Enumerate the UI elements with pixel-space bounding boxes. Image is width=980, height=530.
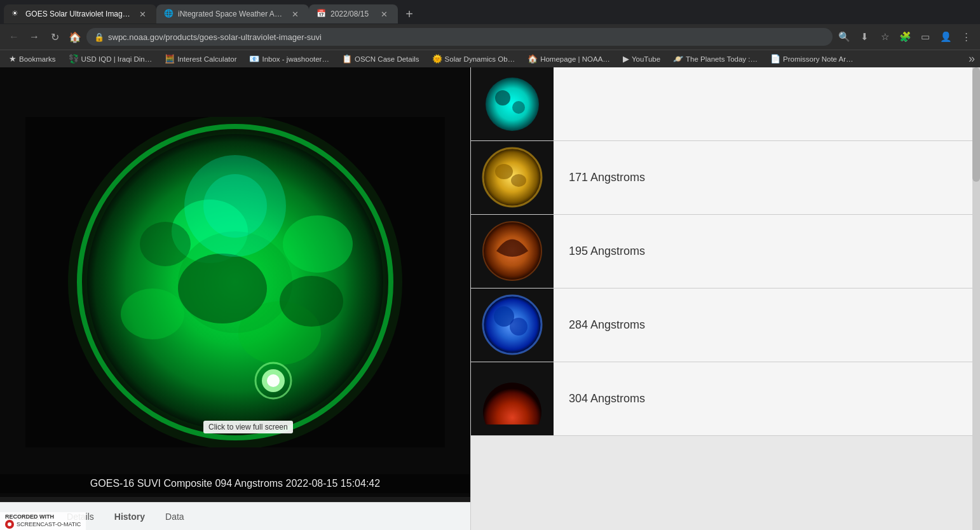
solar-panel: Click to view full screen GOES-16 SUVI C… bbox=[0, 67, 470, 530]
bookmark-usd-label: USD IQD | Iraqi Din… bbox=[81, 55, 153, 63]
tab-favicon-3: 📅 bbox=[316, 9, 327, 19]
browser-chrome: ☀ GOES Solar Ultraviolet Imager (… ✕ 🌐 i… bbox=[0, 0, 980, 67]
toolbar-icons: 🔍 ⬇ ☆ 🧩 ▭ 👤 ⋮ bbox=[835, 28, 975, 46]
reload-button[interactable]: ↻ bbox=[46, 28, 64, 46]
extension-icon[interactable]: 🧩 bbox=[896, 28, 914, 46]
solar-image-container[interactable]: Click to view full screen bbox=[0, 67, 470, 497]
menu-icon[interactable]: ⋮ bbox=[957, 28, 975, 46]
svg-point-10 bbox=[140, 222, 191, 266]
bookmark-solar-icon: 🌞 bbox=[432, 54, 442, 64]
svg-point-15 bbox=[203, 174, 267, 238]
bookmark-note-icon: 📄 bbox=[770, 54, 780, 64]
bookmarks-overflow-button[interactable]: » bbox=[969, 52, 975, 65]
search-icon[interactable]: 🔍 bbox=[835, 28, 853, 46]
screencast-overlay: RECORDED WITH SCREENCAST-O-MATIC bbox=[0, 512, 86, 530]
scrollbar-track[interactable] bbox=[972, 67, 980, 530]
screencast-logo-icon bbox=[5, 520, 14, 529]
tab-data[interactable]: Data bbox=[155, 506, 194, 527]
angstrom-item-284[interactable]: 284 Angstroms bbox=[471, 289, 980, 362]
bookmark-currency-icon: 💱 bbox=[69, 54, 79, 64]
angstrom-label-195: 195 Angstroms bbox=[554, 245, 660, 258]
tab-close-2[interactable]: ✕ bbox=[289, 8, 301, 20]
svg-point-12 bbox=[267, 374, 280, 387]
tab-title-2: iNtegrated Space Weather Anal… bbox=[178, 10, 285, 18]
solar-image-svg bbox=[25, 117, 445, 447]
bottom-tab-bar: Impacts Details History Data RECORDED WI… bbox=[0, 502, 470, 530]
scrollbar-thumb[interactable] bbox=[972, 67, 980, 182]
svg-point-25 bbox=[495, 164, 513, 179]
angstrom-svg-top bbox=[477, 72, 547, 136]
svg-point-20 bbox=[486, 78, 539, 131]
bookmark-calc-icon: 🧮 bbox=[165, 54, 175, 64]
svg-point-5 bbox=[121, 289, 184, 339]
tab-bar: ☀ GOES Solar Ultraviolet Imager (… ✕ 🌐 i… bbox=[0, 0, 980, 24]
bookmark-oscn[interactable]: 📋 OSCN Case Details bbox=[338, 53, 423, 65]
bookmark-planets-label: The Planets Today :… bbox=[686, 55, 758, 63]
bookmark-oscn-label: OSCN Case Details bbox=[355, 55, 419, 63]
svg-point-4 bbox=[283, 215, 353, 273]
angstrom-thumb-top bbox=[471, 67, 554, 140]
tab-date[interactable]: 📅 2022/08/15 ✕ bbox=[309, 4, 398, 24]
angstrom-label-304: 304 Angstroms bbox=[554, 392, 660, 405]
angstrom-thumb-171 bbox=[471, 141, 554, 214]
forward-button[interactable]: → bbox=[25, 28, 43, 46]
angstrom-svg-171 bbox=[477, 141, 547, 214]
tab-goes-solar[interactable]: ☀ GOES Solar Ultraviolet Imager (… ✕ bbox=[4, 4, 156, 24]
right-panel: 171 Angstroms 195 bbox=[470, 67, 980, 530]
bookmark-folder-icon: ★ bbox=[9, 54, 17, 64]
lock-icon: 🔒 bbox=[94, 32, 104, 42]
svg-point-8 bbox=[178, 254, 267, 323]
angstrom-item-top[interactable] bbox=[471, 67, 980, 141]
angstrom-thumb-304 bbox=[471, 362, 554, 435]
angstrom-thumb-284 bbox=[471, 289, 554, 362]
angstrom-item-195[interactable]: 195 Angstroms bbox=[471, 215, 980, 289]
bookmark-planets-icon: 🪐 bbox=[673, 54, 683, 64]
address-bar[interactable]: 🔒 swpc.noaa.gov/products/goes-solar-ultr… bbox=[86, 28, 833, 46]
angstrom-thumb-195 bbox=[471, 215, 554, 288]
bookmark-youtube[interactable]: ▶ YouTube bbox=[619, 53, 664, 65]
tab-title-3: 2022/08/15 bbox=[330, 10, 374, 18]
download-icon[interactable]: ⬇ bbox=[855, 28, 873, 46]
address-text: swpc.noaa.gov/products/goes-solar-ultrav… bbox=[108, 32, 825, 42]
bookmark-bookmarks-label: Bookmarks bbox=[19, 55, 56, 63]
bookmark-noaa-label: Homepage | NOAA… bbox=[540, 55, 610, 63]
tab-favicon-1: ☀ bbox=[11, 9, 22, 19]
bookmark-mail-icon: 📧 bbox=[249, 54, 259, 64]
solar-caption: GOES-16 SUVI Composite 094 Angstroms 202… bbox=[0, 474, 470, 493]
sidebar-icon[interactable]: ▭ bbox=[916, 28, 934, 46]
bookmark-oscn-icon: 📋 bbox=[342, 54, 352, 64]
tab-close-1[interactable]: ✕ bbox=[137, 8, 149, 20]
fullscreen-tooltip: Click to view full screen bbox=[203, 421, 293, 433]
back-button[interactable]: ← bbox=[5, 28, 23, 46]
svg-point-34 bbox=[510, 318, 527, 336]
bookmark-promissory-note[interactable]: 📄 Promissory Note Ar… bbox=[766, 53, 857, 65]
bookmark-youtube-label: YouTube bbox=[632, 55, 660, 63]
bookmark-star-icon[interactable]: ☆ bbox=[876, 28, 894, 46]
bookmark-usd-iqd[interactable]: 💱 USD IQD | Iraqi Din… bbox=[65, 53, 156, 65]
bookmark-noaa[interactable]: 🏠 Homepage | NOAA… bbox=[524, 53, 614, 65]
new-tab-button[interactable]: + bbox=[400, 5, 418, 23]
bookmark-inbox[interactable]: 📧 Inbox - jwashooter… bbox=[245, 53, 332, 65]
profile-icon[interactable]: 👤 bbox=[937, 28, 955, 46]
screencast-brand: SCREENCAST-O-MATIC bbox=[5, 520, 81, 529]
bookmark-solar-dynamics[interactable]: 🌞 Solar Dynamics Ob… bbox=[428, 53, 519, 65]
svg-point-22 bbox=[512, 101, 525, 114]
bookmark-planets-today[interactable]: 🪐 The Planets Today :… bbox=[669, 53, 761, 65]
bookmark-bookmarks[interactable]: ★ Bookmarks bbox=[5, 53, 60, 65]
home-button[interactable]: 🏠 bbox=[66, 28, 84, 46]
main-content: Click to view full screen GOES-16 SUVI C… bbox=[0, 67, 980, 530]
tab-integrated[interactable]: 🌐 iNtegrated Space Weather Anal… ✕ bbox=[156, 4, 309, 24]
angstrom-label-284: 284 Angstroms bbox=[554, 318, 660, 332]
tab-favicon-2: 🌐 bbox=[164, 9, 174, 19]
svg-point-26 bbox=[511, 174, 526, 187]
tab-close-3[interactable]: ✕ bbox=[378, 8, 390, 20]
angstrom-svg-284 bbox=[477, 289, 547, 362]
bookmark-interest-calc[interactable]: 🧮 Interest Calculator bbox=[161, 53, 240, 65]
tab-history[interactable]: History bbox=[104, 506, 155, 527]
screencast-recorded-label: RECORDED WITH bbox=[5, 513, 54, 520]
angstrom-item-304[interactable]: 304 Angstroms bbox=[471, 362, 980, 436]
angstrom-item-171[interactable]: 171 Angstroms bbox=[471, 141, 980, 215]
toolbar: ← → ↻ 🏠 🔒 swpc.noaa.gov/products/goes-so… bbox=[0, 24, 980, 50]
angstrom-label-171: 171 Angstroms bbox=[554, 171, 660, 184]
screencast-brand-label: SCREENCAST-O-MATIC bbox=[17, 521, 81, 527]
